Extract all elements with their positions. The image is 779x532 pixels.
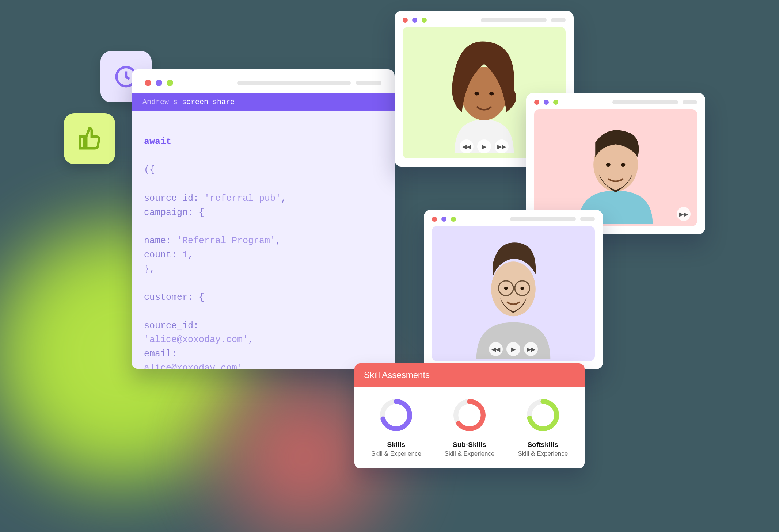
code-prop: source_id: (144, 321, 199, 331)
code-prop: count: (144, 250, 182, 260)
code-kw-await: await (144, 137, 171, 147)
code-line: ({ (144, 165, 155, 175)
code-string: 'Referral Program' (177, 236, 276, 246)
traffic-light-minimize[interactable] (544, 100, 549, 105)
titlebar-placeholder (481, 18, 566, 22)
titlebar-placeholder (510, 217, 595, 221)
skill-card-title: Skill Assesments (354, 363, 585, 387)
code-editor-window: Andrew's screen share await ({ source_id… (132, 69, 395, 369)
code-punct: , (281, 193, 286, 204)
svg-point-5 (606, 163, 611, 167)
code-body[interactable]: await ({ source_id: 'referral_pub', camp… (132, 111, 395, 369)
progress-ring-icon (379, 398, 414, 433)
window-titlebar (526, 93, 705, 109)
traffic-light-minimize[interactable] (441, 217, 446, 222)
code-punct: , (188, 250, 193, 260)
titlebar-placeholder (612, 100, 697, 104)
svg-point-12 (520, 287, 524, 290)
svg-point-2 (475, 92, 479, 95)
traffic-light-zoom[interactable] (422, 18, 427, 23)
code-punct: , (248, 334, 254, 345)
progress-ring-icon (525, 398, 560, 433)
screen-share-label: screen share (182, 98, 235, 106)
svg-point-6 (621, 163, 625, 167)
titlebar-placeholder (238, 81, 381, 85)
code-string: alice@xoxoday.com' (144, 363, 243, 369)
traffic-light-close[interactable] (534, 100, 539, 105)
code-prop: name: (144, 236, 177, 246)
skill-name: Skills (360, 441, 433, 449)
rewind-button[interactable]: ◀◀ (460, 139, 474, 153)
skill-subtitle: Skill & Experience (360, 450, 433, 458)
skill-col-softskills: Softskills Skill & Experience (506, 398, 580, 458)
svg-point-3 (489, 92, 494, 95)
video-frame: ◀◀ ▶ ▶▶ (432, 226, 595, 361)
rewind-button[interactable]: ◀◀ (489, 342, 503, 356)
skill-card-body: Skills Skill & Experience Sub-Skills Ski… (354, 387, 585, 468)
skill-subtitle: Skill & Experience (506, 450, 580, 458)
skill-col-skills: Skills Skill & Experience (360, 398, 433, 458)
code-prop: customer: { (144, 292, 204, 303)
traffic-light-zoom[interactable] (553, 100, 558, 105)
skill-name: Sub-Skills (433, 441, 506, 449)
code-punct: , (276, 236, 281, 246)
playback-controls: ◀◀ ▶ ▶▶ (460, 139, 509, 153)
code-prop: campaign: { (144, 207, 204, 218)
window-titlebar (424, 210, 603, 226)
forward-button[interactable]: ▶▶ (677, 207, 691, 221)
traffic-light-close[interactable] (403, 18, 408, 23)
traffic-light-close[interactable] (145, 80, 151, 86)
play-button[interactable]: ▶ (477, 139, 491, 153)
playback-controls: ◀◀ ▶ ▶▶ (489, 342, 538, 356)
play-button[interactable]: ▶ (506, 342, 520, 356)
traffic-light-minimize[interactable] (156, 80, 162, 86)
avatar-person-3 (432, 226, 595, 361)
skill-col-subskills: Sub-Skills Skill & Experience (433, 398, 506, 458)
window-titlebar (132, 69, 395, 93)
code-line: }, (144, 264, 155, 275)
video-frame: ▶▶ (534, 109, 697, 226)
thumbs-up-badge (64, 113, 115, 164)
screen-share-banner: Andrew's screen share (132, 93, 395, 111)
skill-name: Softskills (506, 441, 580, 449)
forward-button[interactable]: ▶▶ (524, 342, 538, 356)
code-string: 'referral_pub' (204, 193, 281, 204)
traffic-light-zoom[interactable] (167, 80, 173, 86)
skill-subtitle: Skill & Experience (433, 450, 506, 458)
code-punct: , (243, 363, 248, 369)
avatar-person-2 (534, 109, 697, 226)
svg-point-11 (504, 287, 508, 290)
skill-assessments-card: Skill Assesments Skills Skill & Experien… (354, 363, 585, 468)
forward-button[interactable]: ▶▶ (495, 139, 509, 153)
screen-share-prefix: Andrew's (142, 98, 182, 106)
traffic-light-minimize[interactable] (412, 18, 417, 23)
video-call-window-3: ◀◀ ▶ ▶▶ (424, 210, 603, 369)
thumbs-up-icon (77, 126, 102, 152)
code-prop: source_id: (144, 193, 204, 204)
window-titlebar (395, 11, 574, 27)
traffic-light-close[interactable] (432, 217, 437, 222)
code-prop: email: (144, 349, 177, 359)
progress-ring-icon (452, 398, 487, 433)
code-number: 1 (182, 250, 188, 260)
code-string: 'alice@xoxoday.com' (144, 334, 248, 345)
traffic-light-zoom[interactable] (451, 217, 456, 222)
